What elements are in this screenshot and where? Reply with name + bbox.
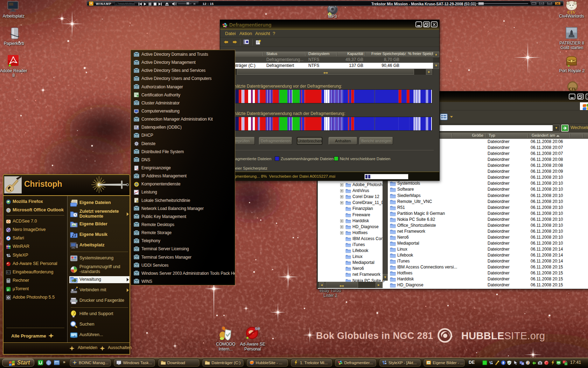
svg-text:ICO: ICO — [135, 175, 139, 178]
svg-text:ICO: ICO — [135, 216, 139, 218]
svg-text:Bok Globules in NGC 281: Bok Globules in NGC 281 — [316, 330, 433, 341]
svg-text:ICO: ICO — [135, 232, 139, 234]
svg-text:?: ? — [258, 39, 261, 44]
svg-text:ICO: ICO — [135, 272, 139, 275]
svg-text:µ: µ — [7, 288, 9, 291]
svg-text:C:\: C:\ — [7, 271, 11, 274]
svg-text:ICO: ICO — [135, 264, 139, 267]
svg-text:ICO: ICO — [135, 207, 139, 210]
svg-text:HUBBLESITE.org: HUBBLESITE.org — [461, 330, 545, 341]
svg-text:ICO: ICO — [135, 151, 139, 153]
svg-text:ICO: ICO — [135, 102, 139, 104]
svg-text:ICO: ICO — [135, 159, 139, 161]
svg-text:?: ? — [137, 168, 138, 170]
svg-text:ICO: ICO — [135, 224, 139, 226]
svg-text:CIV: CIV — [569, 87, 576, 91]
svg-text:ICO: ICO — [135, 118, 139, 121]
svg-text:ICO: ICO — [135, 240, 139, 243]
svg-text:ICO: ICO — [135, 256, 139, 259]
svg-text:ICO: ICO — [135, 248, 139, 251]
svg-text:ICO: ICO — [135, 86, 139, 88]
svg-text:se: se — [255, 326, 260, 331]
svg-text:ICO: ICO — [135, 62, 139, 64]
svg-text:ICO: ICO — [135, 54, 139, 56]
svg-text:O: O — [7, 209, 9, 212]
svg-text:ICO: ICO — [135, 280, 139, 283]
svg-text:ICO: ICO — [135, 78, 139, 80]
svg-text:ICO: ICO — [135, 135, 139, 137]
svg-text:ICO: ICO — [135, 70, 139, 72]
